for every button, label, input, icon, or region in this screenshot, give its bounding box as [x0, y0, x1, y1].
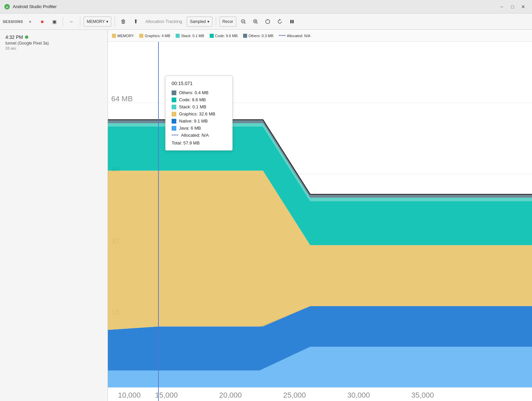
session-duration: 33 sec	[5, 46, 102, 50]
svg-line-3	[244, 22, 245, 24]
tooltip-color-native	[172, 119, 176, 124]
layout-button[interactable]: ▣	[49, 17, 59, 27]
zoom-out-button[interactable]	[238, 17, 248, 27]
window-title: Android Studio Profiler	[13, 4, 57, 9]
session-time-text: 4:32 PM	[5, 34, 23, 40]
tooltip-label-allocated: Allocated: N/A	[181, 133, 209, 138]
sidebar: 4:32 PM tunnel (Google Pixel 3a) 33 sec	[0, 30, 108, 401]
legend-color-others	[243, 34, 247, 38]
svg-text:35,000: 35,000	[411, 391, 434, 399]
legend-item-others: Others: 0.3 MB	[243, 34, 273, 38]
pause-button[interactable]	[287, 17, 297, 27]
tooltip-label-others: Others: 0.4 MB	[179, 90, 208, 95]
tooltip-label-java: Java: 6 MB	[179, 126, 201, 131]
sessions-label: SESSIONS	[3, 20, 23, 24]
session-device: tunnel (Google Pixel 3a)	[5, 41, 102, 46]
tooltip-color-code	[172, 98, 176, 102]
legend-label-stack: Stack: 0.1 MB	[181, 34, 204, 38]
tooltip-time: 00:15.071	[172, 81, 226, 86]
legend-bar: MEMORY Graphics: 4 MB Stack: 0.1 MB Code…	[108, 30, 532, 42]
tooltip-total: Total: 57.9 MB	[172, 140, 226, 145]
legend-label-allocated: Allocated: N/A	[287, 34, 311, 38]
back-button[interactable]: ←	[66, 17, 77, 27]
chart-area[interactable]: MEMORY Graphics: 4 MB Stack: 0.1 MB Code…	[108, 30, 532, 401]
svg-rect-12	[290, 20, 292, 23]
tooltip-label-stack: Stack: 0.1 MB	[179, 104, 206, 109]
legend-color-code	[210, 34, 214, 38]
add-session-button[interactable]: +	[25, 17, 35, 27]
legend-label-code: Code: 9.6 MB	[215, 34, 238, 38]
legend-label-others: Others: 0.3 MB	[248, 34, 273, 38]
tooltip-row-allocated: Allocated: N/A	[172, 133, 226, 138]
svg-text:20,000: 20,000	[219, 391, 242, 399]
svg-rect-13	[292, 20, 294, 23]
svg-text:30,000: 30,000	[347, 391, 370, 399]
svg-text:A: A	[6, 5, 8, 9]
svg-text:10,000: 10,000	[118, 391, 141, 399]
svg-marker-11	[279, 19, 281, 20]
minimize-button[interactable]: −	[497, 2, 506, 11]
toolbar-divider-2	[80, 17, 80, 26]
tooltip-row-code: Code: 9.6 MB	[172, 97, 226, 102]
svg-text:25,000: 25,000	[283, 391, 306, 399]
session-active-indicator	[25, 35, 28, 39]
app-icon: A	[4, 4, 10, 10]
delete-button[interactable]: 🗑	[118, 17, 128, 27]
legend-color-stack	[176, 34, 180, 38]
tooltip-color-stack	[172, 105, 176, 109]
toolbar-divider-1	[63, 17, 63, 26]
sampled-arrow: ▾	[207, 19, 209, 24]
legend-item-graphics: Graphics: 4 MB	[139, 34, 170, 38]
legend-color-allocated	[279, 35, 286, 36]
record-label: Recor	[223, 19, 233, 24]
legend-item-memory: MEMORY	[112, 34, 134, 38]
tooltip-row-others: Others: 0.4 MB	[172, 90, 226, 95]
record-button[interactable]: Recor	[219, 17, 236, 27]
session-time: 4:32 PM	[5, 34, 102, 40]
tooltip-row-native: Native: 9.1 MB	[172, 118, 226, 124]
session-item[interactable]: 4:32 PM tunnel (Google Pixel 3a) 33 sec	[0, 30, 108, 55]
tooltip-color-others	[172, 90, 176, 95]
close-button[interactable]: ✕	[519, 2, 528, 11]
main-content: 4:32 PM tunnel (Google Pixel 3a) 33 sec …	[0, 30, 532, 401]
svg-text:64 MB: 64 MB	[111, 95, 133, 103]
tooltip-label-code: Code: 9.6 MB	[179, 97, 206, 102]
maximize-button[interactable]: □	[508, 2, 517, 11]
zoom-in-button[interactable]	[250, 17, 261, 27]
reset-zoom-button[interactable]	[263, 17, 273, 27]
title-bar: A Android Studio Profiler − □ ✕	[0, 0, 532, 14]
toolbar: SESSIONS + ■ ▣ ← MEMORY ▾ 🗑 ⬆ Allocation…	[0, 14, 532, 30]
chart-svg-container[interactable]: 64 MB 48 32 16	[108, 42, 532, 401]
legend-color-graphics	[139, 34, 143, 38]
svg-line-6	[256, 22, 258, 24]
toolbar-divider-4	[216, 17, 216, 26]
memory-dropdown[interactable]: MEMORY ▾	[84, 17, 111, 27]
stop-button[interactable]: ■	[37, 17, 47, 27]
legend-item-stack: Stack: 0.1 MB	[176, 34, 204, 38]
legend-item-code: Code: 9.6 MB	[210, 34, 238, 38]
tooltip-color-allocated	[172, 135, 178, 136]
sync-button[interactable]	[275, 17, 285, 27]
tooltip-label-graphics: Graphics: 32.6 MB	[179, 111, 215, 116]
toolbar-divider-3	[115, 17, 115, 26]
memory-dropdown-arrow: ▾	[106, 19, 108, 24]
export-button[interactable]: ⬆	[130, 17, 141, 27]
allocation-tracking-label: Allocation Tracking	[143, 19, 185, 24]
tooltip-color-graphics	[172, 112, 176, 116]
tooltip-row-stack: Stack: 0.1 MB	[172, 104, 226, 109]
legend-label-graphics: Graphics: 4 MB	[145, 34, 170, 38]
legend-color-memory	[112, 34, 116, 38]
tooltip-color-java	[172, 126, 176, 131]
tooltip-label-native: Native: 9.1 MB	[179, 118, 208, 124]
legend-item-allocated: Allocated: N/A	[279, 34, 311, 38]
memory-label: MEMORY	[87, 19, 105, 24]
memory-tooltip: 00:15.071 Others: 0.4 MB Code: 9.6 MB St…	[165, 76, 233, 151]
tooltip-row-java: Java: 6 MB	[172, 126, 226, 131]
legend-label-memory: MEMORY	[117, 34, 134, 38]
svg-text:15,000: 15,000	[155, 391, 178, 399]
sampled-label: Sampled	[190, 19, 206, 24]
tooltip-row-graphics: Graphics: 32.6 MB	[172, 111, 226, 116]
sampled-dropdown[interactable]: Sampled ▾	[187, 17, 212, 27]
